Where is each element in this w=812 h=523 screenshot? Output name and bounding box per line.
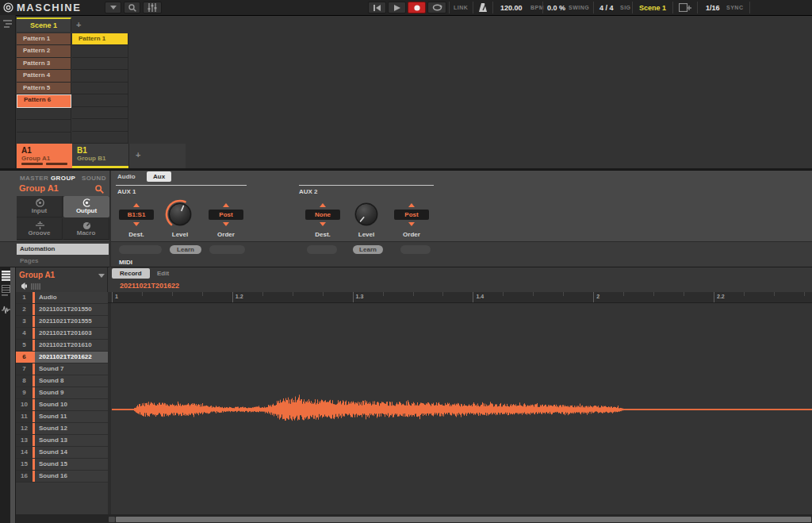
- pattern-slot-empty[interactable]: [72, 58, 128, 70]
- pattern-cell[interactable]: Pattern 3: [17, 58, 71, 70]
- sound-row[interactable]: 13Sound 13: [16, 435, 108, 447]
- aux1-order-value[interactable]: Post: [209, 210, 243, 220]
- search-button[interactable]: [124, 2, 140, 13]
- scene-display[interactable]: Scene 1: [639, 4, 666, 12]
- pages-item[interactable]: Pages: [17, 256, 109, 267]
- pattern-slot-empty[interactable]: [17, 108, 71, 120]
- sound-row[interactable]: 12Sound 12: [16, 423, 108, 435]
- add-scene-button[interactable]: +: [76, 20, 81, 29]
- follow-grid-button[interactable]: [679, 3, 691, 12]
- transport-play-button[interactable]: [388, 2, 406, 13]
- speaker-icon[interactable]: [20, 283, 27, 290]
- pattern-view-icon[interactable]: [2, 285, 10, 296]
- keyboard-icon[interactable]: [31, 283, 40, 290]
- sound-row[interactable]: 11Sound 11: [16, 411, 108, 423]
- sound-row[interactable]: 520211021T201610: [16, 340, 108, 352]
- add-group-button[interactable]: +: [129, 144, 186, 168]
- aux2-order-value[interactable]: Post: [394, 210, 429, 220]
- tab-master[interactable]: MASTER: [20, 175, 48, 182]
- group-dropdown-icon[interactable]: [98, 274, 105, 278]
- sound-row[interactable]: 220211021T201550: [16, 304, 108, 316]
- sound-row[interactable]: 16Sound 16: [16, 471, 108, 483]
- pattern-cell[interactable]: Pattern 1: [17, 33, 71, 45]
- metronome-icon[interactable]: [478, 3, 488, 12]
- aux1-order-decrement[interactable]: [223, 222, 229, 226]
- sound-row[interactable]: 320211021T201555: [16, 316, 108, 328]
- editor-group-name[interactable]: Group A1: [19, 271, 55, 279]
- pattern-slot-empty[interactable]: [72, 119, 128, 131]
- sample-view-icon[interactable]: [2, 305, 10, 315]
- pattern-cell[interactable]: Pattern 5: [17, 83, 71, 94]
- group-cell-a1[interactable]: A1 Group A1: [17, 144, 72, 168]
- pattern-cell[interactable]: Pattern 6: [17, 94, 71, 107]
- pattern-slot-empty[interactable]: [72, 45, 128, 57]
- pattern-slot-empty[interactable]: [72, 94, 128, 106]
- tempo-display[interactable]: 120.00: [500, 4, 523, 12]
- h-scrollbar-handle[interactable]: [109, 517, 115, 522]
- sound-row[interactable]: 620211021T201622: [16, 352, 108, 363]
- aux2-dest-decrement[interactable]: [320, 222, 326, 226]
- midi-assign-slot[interactable]: [209, 245, 245, 254]
- channel-properties-button[interactable]: [143, 2, 162, 13]
- swing-display[interactable]: 0.0 %: [547, 4, 565, 12]
- h-scrollbar[interactable]: [108, 514, 812, 523]
- group-search-icon[interactable]: [95, 185, 104, 194]
- aux2-dest-value[interactable]: None: [305, 210, 340, 220]
- aux2-level-knob[interactable]: [350, 198, 382, 230]
- nav-input[interactable]: Input: [17, 196, 63, 217]
- pattern-slot-empty[interactable]: [72, 132, 128, 144]
- pattern-cell[interactable]: Pattern 4: [17, 70, 71, 82]
- sound-row[interactable]: 7Sound 7: [16, 363, 108, 375]
- aux1-dest-increment[interactable]: [133, 203, 140, 207]
- scene-tab[interactable]: Scene 1: [17, 17, 71, 32]
- pattern-slot-empty[interactable]: [17, 120, 71, 132]
- recording-name[interactable]: 20211021T201622: [120, 282, 179, 290]
- aux1-level-knob[interactable]: [164, 198, 196, 230]
- sound-row[interactable]: 8Sound 8: [16, 375, 108, 387]
- aux1-dest-value[interactable]: B1:S1: [119, 210, 154, 220]
- pattern-cell[interactable]: Pattern 2: [17, 45, 71, 57]
- aux2-order-decrement[interactable]: [408, 222, 415, 226]
- arrange-view-icon[interactable]: [2, 271, 10, 281]
- group-cell-b1[interactable]: B1 Group B1: [72, 144, 129, 168]
- transport-record-button[interactable]: [408, 2, 426, 13]
- sound-row[interactable]: 15Sound 15: [16, 459, 108, 471]
- midi-assign-slot[interactable]: [400, 245, 431, 254]
- timeline-ruler[interactable]: 11.21.31.422.2: [108, 292, 812, 303]
- sound-row[interactable]: 1Audio: [16, 292, 108, 304]
- pattern-slot-empty[interactable]: [72, 70, 128, 82]
- transport-loop-button[interactable]: [427, 2, 446, 13]
- learn-button[interactable]: Learn: [353, 245, 383, 254]
- signature-display[interactable]: 4 / 4: [599, 4, 614, 12]
- sound-row[interactable]: 14Sound 14: [16, 447, 108, 459]
- nav-groove[interactable]: Groove: [17, 218, 63, 240]
- midi-assign-slot[interactable]: [119, 245, 162, 254]
- aux2-dest-increment[interactable]: [320, 203, 326, 207]
- tab-group[interactable]: GROUP: [51, 175, 75, 182]
- transport-skip-start-button[interactable]: [368, 2, 386, 13]
- aux1-dest-decrement[interactable]: [133, 222, 140, 226]
- midi-assign-slot[interactable]: [307, 245, 337, 254]
- nav-output[interactable]: Output: [63, 196, 109, 217]
- learn-button[interactable]: Learn: [170, 245, 201, 254]
- link-toggle[interactable]: LINK: [454, 5, 468, 10]
- sound-row[interactable]: 420211021T201603: [16, 328, 108, 340]
- pattern-cell[interactable]: Pattern 1: [72, 33, 128, 45]
- waveform-display[interactable]: [108, 303, 812, 514]
- pattern-slot-empty[interactable]: [72, 107, 128, 119]
- edit-tab[interactable]: Edit: [157, 270, 169, 277]
- logo-menu-button[interactable]: [105, 2, 121, 13]
- aux1-order-increment[interactable]: [223, 203, 229, 207]
- tab-aux[interactable]: Aux: [147, 171, 171, 182]
- pattern-slot-empty[interactable]: [17, 133, 71, 144]
- record-tab[interactable]: Record: [112, 268, 150, 279]
- tab-audio[interactable]: Audio: [117, 173, 136, 180]
- nav-macro[interactable]: Macro: [63, 218, 109, 240]
- sound-row[interactable]: 9Sound 9: [16, 387, 108, 399]
- sound-row[interactable]: 10Sound 10: [16, 399, 108, 411]
- arranger-sections-icon[interactable]: [3, 20, 13, 29]
- aux2-order-increment[interactable]: [408, 203, 415, 207]
- control-target-label[interactable]: Group A1: [19, 183, 59, 193]
- tab-sound[interactable]: SOUND: [82, 175, 106, 182]
- pattern-slot-empty[interactable]: [72, 83, 128, 94]
